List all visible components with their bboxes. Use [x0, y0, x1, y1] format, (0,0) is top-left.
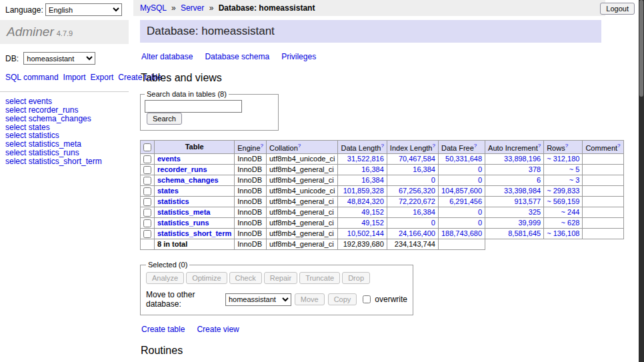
index-length-link[interactable]: 70,467,584 — [399, 155, 435, 163]
action-alter-database[interactable]: Alter database — [141, 52, 193, 61]
data-free-link[interactable]: 0 — [478, 165, 482, 173]
help-link[interactable]: ? — [298, 143, 301, 149]
data-free-link[interactable]: 0 — [478, 219, 482, 227]
repair-button[interactable]: Repair — [264, 272, 297, 284]
breadcrumb-link-server[interactable]: Server — [181, 3, 204, 13]
action-database-schema[interactable]: Database schema — [205, 52, 269, 61]
auto-increment-link[interactable]: 6 — [537, 176, 541, 184]
sidebar-select-schema-changes[interactable]: select schema_changes — [5, 115, 123, 123]
data-free-cell: 50,331,648 — [438, 153, 485, 164]
auto-increment-link[interactable]: 913,577 — [514, 197, 541, 205]
index-length-link[interactable]: 67,256,320 — [399, 187, 435, 195]
optimize-button[interactable]: Optimize — [186, 272, 227, 284]
logout-button[interactable]: Logout — [600, 3, 635, 15]
data-free-link[interactable]: 50,331,648 — [445, 155, 482, 163]
row-checkbox[interactable] — [143, 166, 151, 174]
data-length-link[interactable]: 49,152 — [361, 208, 384, 216]
row-checkbox[interactable] — [143, 177, 151, 185]
rows-link[interactable]: ~ 299,833 — [547, 187, 579, 195]
help-link[interactable]: ? — [381, 143, 383, 149]
move-button[interactable]: Move — [295, 293, 325, 305]
search-button[interactable]: Search — [147, 113, 182, 125]
row-checkbox-cell — [141, 229, 155, 239]
analyze-button[interactable]: Analyze — [146, 272, 184, 284]
table-name-link[interactable]: statistics_meta — [157, 208, 211, 216]
table-row: statesInnoDButf8mb4_unicode_ci101,859,32… — [141, 185, 624, 196]
help-link[interactable]: ? — [261, 143, 263, 149]
scrollbar-thumb[interactable] — [639, 0, 643, 97]
table-name-link[interactable]: events — [157, 155, 181, 163]
rows-link[interactable]: ~ 3 — [569, 176, 580, 184]
data-free-link[interactable]: 0 — [478, 176, 482, 184]
search-input[interactable] — [145, 100, 242, 113]
rows-link[interactable]: ~ 312,180 — [547, 155, 579, 163]
drop-button[interactable]: Drop — [342, 272, 370, 284]
data-free-link[interactable]: 188,743,680 — [441, 229, 482, 237]
auto-increment-link[interactable]: 378 — [529, 165, 541, 173]
table-name-link[interactable]: states — [157, 187, 179, 195]
row-checkbox[interactable] — [143, 230, 151, 238]
data-free-link[interactable]: 6,291,456 — [449, 197, 482, 205]
rows-link[interactable]: ~ 628 — [561, 219, 580, 227]
move-db-select[interactable]: homeassistant — [225, 293, 291, 306]
rows-link[interactable]: ~ 5 — [569, 165, 580, 173]
data-length-link[interactable]: 49,152 — [361, 219, 384, 227]
select-all-checkbox[interactable] — [143, 143, 151, 151]
index-length-link[interactable]: 16,384 — [413, 165, 435, 173]
index-length-link[interactable]: 24,166,400 — [399, 229, 435, 237]
row-checkbox[interactable] — [143, 187, 151, 195]
auto-increment-link[interactable]: 33,898,196 — [504, 155, 541, 163]
sidebar-select-statistics-short-term[interactable]: select statistics_short_term — [5, 157, 123, 166]
help-link[interactable]: ? — [617, 143, 620, 149]
help-link[interactable]: ? — [565, 143, 568, 149]
table-name-link[interactable]: statistics — [157, 197, 189, 205]
index-length-link[interactable]: 0 — [431, 176, 435, 184]
sidebar-link-import[interactable]: Import — [63, 73, 86, 82]
sidebar-link-export[interactable]: Export — [91, 73, 114, 82]
data-length-link[interactable]: 16,384 — [361, 176, 384, 184]
link-create-table[interactable]: Create table — [141, 325, 185, 334]
rows-link[interactable]: ~ 569,159 — [547, 197, 579, 205]
sidebar-link-sql-command[interactable]: SQL command — [5, 73, 59, 82]
row-checkbox[interactable] — [143, 209, 151, 217]
row-checkbox[interactable] — [143, 155, 151, 163]
data-free-link[interactable]: 0 — [478, 208, 482, 216]
data-free-link[interactable]: 104,857,600 — [441, 187, 482, 195]
help-link[interactable]: ? — [432, 143, 435, 149]
sidebar-select-recorder-runs[interactable]: select recorder_runs — [5, 106, 123, 115]
rows-link[interactable]: ~ 244 — [561, 208, 580, 216]
overwrite-checkbox[interactable] — [363, 295, 371, 303]
row-checkbox[interactable] — [143, 219, 151, 227]
help-link[interactable]: ? — [538, 143, 541, 149]
table-name-link[interactable]: recorder_runs — [157, 165, 207, 173]
check-button[interactable]: Check — [229, 272, 262, 284]
help-link[interactable]: ? — [474, 143, 477, 149]
copy-button[interactable]: Copy — [328, 293, 357, 305]
index-length-link[interactable]: 16,384 — [413, 208, 435, 216]
sidebar-select-events[interactable]: select events — [5, 97, 123, 106]
index-length-link[interactable]: 0 — [431, 219, 435, 227]
link-create-view[interactable]: Create view — [197, 325, 239, 334]
index-length-link[interactable]: 72,220,672 — [399, 197, 435, 205]
language-select[interactable]: English — [45, 3, 122, 16]
table-name-link[interactable]: schema_changes — [157, 176, 219, 184]
auto-increment-link[interactable]: 33,398,984 — [504, 187, 541, 195]
db-select[interactable]: homeassistant — [23, 52, 95, 65]
auto-increment-link[interactable]: 8,581,645 — [508, 229, 541, 237]
data-length-link[interactable]: 31,522,816 — [347, 155, 384, 163]
data-length-link[interactable]: 10,502,144 — [347, 229, 384, 237]
table-name-link[interactable]: statistics_runs — [157, 219, 209, 227]
row-checkbox[interactable] — [143, 198, 151, 206]
app-name-link[interactable]: Adminer — [7, 25, 54, 39]
auto-increment-link[interactable]: 39,999 — [519, 219, 541, 227]
rows-link[interactable]: ~ 136,108 — [547, 229, 579, 237]
action-privileges[interactable]: Privileges — [281, 52, 316, 61]
table-name-link[interactable]: statistics_short_term — [157, 229, 231, 237]
auto-increment-link[interactable]: 325 — [529, 208, 541, 216]
page-scrollbar[interactable] — [639, 0, 644, 362]
data-length-link[interactable]: 101,859,328 — [343, 187, 384, 195]
breadcrumb-link-mysql[interactable]: MySQL — [140, 3, 167, 13]
data-length-link[interactable]: 48,824,320 — [347, 197, 384, 205]
data-length-link[interactable]: 16,384 — [361, 165, 384, 173]
truncate-button[interactable]: Truncate — [299, 272, 340, 284]
